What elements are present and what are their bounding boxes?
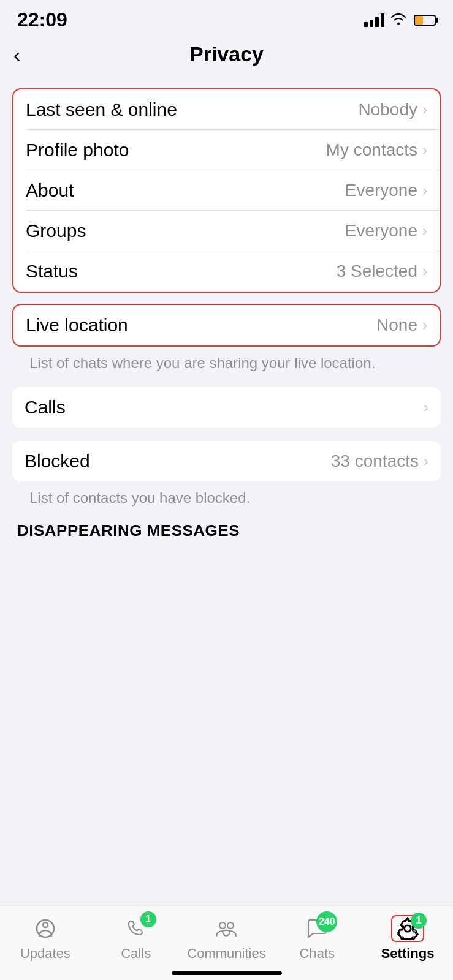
status-time: 22:09 — [17, 9, 67, 31]
nav-label-chats: Chats — [300, 946, 335, 962]
blocked-description: List of contacts you have blocked. — [12, 481, 441, 508]
profile-photo-label: Profile photo — [26, 140, 129, 160]
status-row[interactable]: Status 3 Selected › — [13, 251, 440, 292]
live-location-value: None — [376, 315, 417, 335]
chevron-icon: › — [422, 141, 427, 159]
last-seen-row[interactable]: Last seen & online Nobody › — [13, 89, 440, 130]
chevron-icon: › — [422, 101, 427, 118]
calls-row[interactable]: Calls › — [12, 387, 441, 428]
live-location-row[interactable]: Live location None › — [13, 305, 440, 345]
nav-label-communities: Communities — [187, 946, 265, 962]
status-bar: 22:09 — [0, 0, 453, 36]
svg-point-3 — [227, 922, 234, 929]
profile-photo-right: My contacts › — [326, 140, 427, 160]
communities-icon — [214, 916, 238, 941]
updates-icon — [33, 916, 58, 941]
nav-item-communities[interactable]: Communities — [181, 915, 272, 962]
nav-label-updates: Updates — [20, 946, 70, 962]
battery-icon — [414, 15, 436, 26]
header: ‹ Privacy — [0, 36, 453, 77]
nav-item-chats[interactable]: 240 Chats — [272, 915, 362, 962]
about-value: Everyone — [345, 181, 417, 200]
calls-section: Calls › — [12, 387, 441, 428]
live-location-label: Live location — [26, 315, 128, 336]
chats-badge: 240 — [316, 911, 337, 932]
page-title: Privacy — [189, 42, 264, 66]
privacy-card: Last seen & online Nobody › Profile phot… — [12, 88, 441, 293]
disappearing-messages-header: Disappearing messages — [0, 508, 453, 546]
status-right: 3 Selected › — [337, 262, 427, 281]
calls-label: Calls — [25, 397, 66, 418]
last-seen-value: Nobody — [358, 100, 417, 119]
groups-right: Everyone › — [345, 221, 427, 241]
home-indicator — [172, 971, 282, 975]
nav-item-updates[interactable]: Updates — [0, 915, 91, 962]
signal-icon — [364, 13, 384, 27]
last-seen-label: Last seen & online — [26, 99, 177, 120]
calls-card: Calls › — [12, 387, 441, 428]
blocked-section: Blocked 33 contacts › List of contacts y… — [12, 441, 441, 508]
groups-row[interactable]: Groups Everyone › — [13, 211, 440, 251]
privacy-section: Last seen & online Nobody › Profile phot… — [12, 88, 441, 293]
last-seen-right: Nobody › — [358, 100, 427, 119]
nav-item-calls[interactable]: 1 Calls — [91, 915, 181, 962]
live-location-card: Live location None › — [12, 304, 441, 347]
live-location-right: None › — [376, 315, 427, 335]
status-value: 3 Selected — [337, 262, 417, 281]
blocked-label: Blocked — [25, 451, 90, 472]
nav-label-settings: Settings — [381, 946, 435, 962]
groups-label: Groups — [26, 221, 86, 241]
blocked-value: 33 contacts — [331, 451, 419, 471]
svg-point-2 — [219, 922, 226, 929]
chevron-icon: › — [424, 453, 428, 470]
blocked-row[interactable]: Blocked 33 contacts › — [12, 441, 441, 481]
live-location-description: List of chats where you are sharing your… — [12, 347, 441, 374]
status-icons — [364, 12, 436, 29]
status-label: Status — [26, 261, 78, 282]
chevron-icon: › — [422, 263, 427, 280]
nav-icon-wrap-chats: 240 — [300, 915, 333, 942]
groups-value: Everyone — [345, 221, 417, 241]
chevron-icon: › — [422, 182, 427, 199]
live-location-section: Live location None › List of chats where… — [12, 304, 441, 374]
about-row[interactable]: About Everyone › — [13, 170, 440, 211]
calls-right: › — [424, 399, 428, 416]
svg-point-1 — [43, 922, 48, 927]
about-label: About — [26, 180, 74, 201]
wifi-icon — [390, 12, 406, 29]
blocked-card: Blocked 33 contacts › — [12, 441, 441, 481]
about-right: Everyone › — [345, 181, 427, 200]
settings-badge: 1 — [411, 913, 427, 929]
nav-icon-wrap-calls: 1 — [120, 915, 153, 942]
calls-badge: 1 — [140, 911, 156, 927]
profile-photo-row[interactable]: Profile photo My contacts › — [13, 130, 440, 170]
nav-icon-wrap-communities — [210, 915, 243, 942]
bottom-nav: Updates 1 Calls Communities — [0, 906, 453, 980]
chevron-icon: › — [422, 222, 427, 239]
profile-photo-value: My contacts — [326, 140, 417, 160]
blocked-right: 33 contacts › — [331, 451, 428, 471]
back-button[interactable]: ‹ — [13, 44, 20, 65]
chevron-icon: › — [424, 399, 428, 416]
nav-item-settings[interactable]: 1 Settings — [362, 915, 453, 962]
chevron-icon: › — [422, 317, 427, 334]
nav-icon-wrap-settings: 1 — [391, 915, 424, 942]
nav-icon-wrap-updates — [29, 915, 62, 942]
nav-label-calls: Calls — [121, 946, 151, 962]
